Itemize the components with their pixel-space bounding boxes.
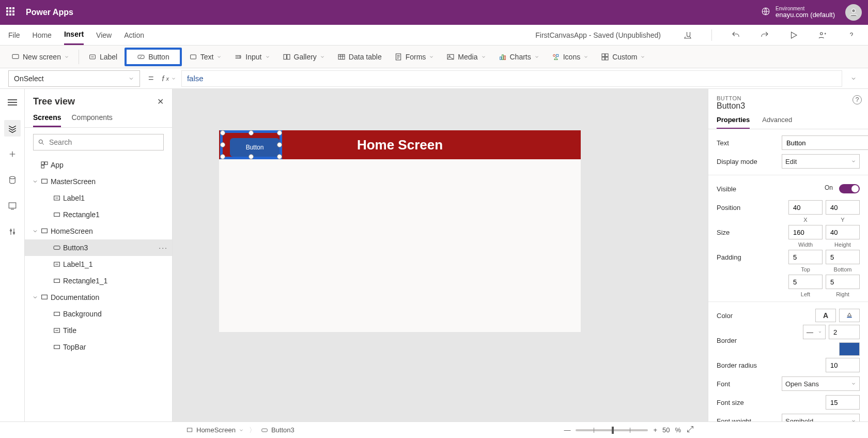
- prop-pad-left-input[interactable]: [788, 275, 823, 289]
- prop-fontweight-select[interactable]: Semibold: [782, 414, 860, 421]
- fx-button[interactable]: fx: [162, 74, 176, 83]
- tree-item-app[interactable]: App: [25, 157, 172, 173]
- new-screen-button[interactable]: New screen: [6, 51, 74, 63]
- tree-search-input[interactable]: [33, 134, 164, 150]
- chevron-down-icon[interactable]: [32, 294, 38, 300]
- tree-item-homescreen[interactable]: HomeScreen: [25, 223, 172, 239]
- redo-icon[interactable]: [756, 27, 773, 43]
- resize-handle[interactable]: [220, 154, 225, 159]
- zoom-slider[interactable]: [576, 429, 648, 431]
- tab-components[interactable]: Components: [71, 113, 112, 127]
- app-launcher-icon[interactable]: [6, 7, 17, 18]
- tree-item-masterscreen[interactable]: MasterScreen: [25, 173, 172, 190]
- prop-font-color[interactable]: A: [815, 309, 836, 322]
- fit-to-window-icon[interactable]: [686, 425, 694, 435]
- prop-pad-bottom-input[interactable]: [826, 250, 860, 264]
- prop-pad-right-input[interactable]: [826, 275, 860, 289]
- prop-height-input[interactable]: [826, 225, 860, 239]
- breadcrumb-screen[interactable]: HomeScreen: [186, 426, 244, 434]
- menu-file[interactable]: File: [8, 25, 20, 45]
- rail-tree-view[interactable]: [4, 120, 21, 137]
- app-checker-icon[interactable]: [679, 27, 696, 43]
- properties-help-icon[interactable]: ?: [853, 95, 862, 104]
- svg-point-2: [820, 32, 823, 35]
- tree-item-button3[interactable]: Button3 ···: [25, 239, 172, 256]
- prop-fontsize-input[interactable]: [826, 395, 860, 410]
- tree-item-rectangle1-1[interactable]: Rectangle1_1: [25, 273, 172, 289]
- insert-icons-menu[interactable]: Icons: [547, 51, 594, 63]
- resize-handle[interactable]: [220, 130, 225, 135]
- tree-item-label1[interactable]: Label1: [25, 190, 172, 206]
- tree-search-field[interactable]: [49, 138, 159, 146]
- resize-handle[interactable]: [277, 154, 282, 159]
- share-icon[interactable]: [814, 27, 831, 43]
- user-avatar[interactable]: [845, 4, 862, 21]
- chevron-down-icon[interactable]: [32, 228, 38, 234]
- prop-pad-top-input[interactable]: [788, 250, 823, 264]
- insert-text-menu[interactable]: Ab Text: [184, 51, 227, 63]
- canvas-area[interactable]: Home Screen Button: [173, 89, 708, 421]
- screen-canvas[interactable]: Home Screen Button: [219, 130, 581, 332]
- prop-pos-y-input[interactable]: [826, 200, 860, 215]
- selection-box[interactable]: Button: [220, 130, 282, 159]
- tree-item-rectangle1[interactable]: Rectangle1: [25, 206, 172, 223]
- tree-item-label1-1[interactable]: Label1_1: [25, 256, 172, 273]
- prop-fill-color[interactable]: [839, 309, 860, 322]
- insert-custom-menu[interactable]: Custom: [596, 51, 650, 63]
- rail-data[interactable]: [4, 172, 21, 188]
- tree-item-documentation[interactable]: Documentation: [25, 289, 172, 306]
- breadcrumb-selection[interactable]: Button3: [261, 426, 295, 434]
- tab-properties[interactable]: Properties: [717, 116, 750, 129]
- insert-charts-menu[interactable]: Charts: [493, 51, 545, 63]
- prop-text-input[interactable]: [782, 135, 868, 150]
- chevron-down-icon[interactable]: [32, 178, 38, 185]
- menu-home[interactable]: Home: [33, 25, 52, 45]
- more-options-icon[interactable]: ···: [159, 244, 168, 252]
- environment-picker[interactable]: Environment enayu.com (default): [761, 6, 835, 19]
- insert-gallery-menu[interactable]: Gallery: [277, 51, 330, 63]
- tab-screens[interactable]: Screens: [33, 113, 61, 127]
- tree-item-topbar[interactable]: TopBar: [25, 339, 172, 355]
- insert-button-button[interactable]: Button: [125, 48, 181, 66]
- insert-input-menu[interactable]: Input: [229, 51, 275, 63]
- insert-media-menu[interactable]: Media: [441, 51, 491, 63]
- rail-advanced-tools[interactable]: [4, 223, 21, 240]
- svg-rect-19: [556, 54, 558, 56]
- canvas-button3[interactable]: Button: [230, 138, 280, 157]
- resize-handle[interactable]: [277, 142, 282, 147]
- prop-width-input[interactable]: [788, 225, 823, 239]
- prop-displaymode-select[interactable]: Edit: [782, 154, 860, 169]
- prop-border-color[interactable]: [839, 342, 860, 356]
- zoom-plus[interactable]: +: [653, 426, 657, 434]
- resize-handle[interactable]: [277, 130, 282, 135]
- zoom-minus[interactable]: —: [564, 426, 570, 434]
- prop-font-select[interactable]: Open Sans: [782, 376, 860, 391]
- prop-border-style[interactable]: —: [803, 325, 826, 339]
- insert-datatable-button[interactable]: Data table: [332, 51, 387, 63]
- rail-hamburger[interactable]: [4, 94, 21, 111]
- insert-label-button[interactable]: Label: [83, 51, 122, 63]
- rail-media[interactable]: [4, 198, 21, 214]
- resize-handle[interactable]: [249, 130, 254, 135]
- resize-handle[interactable]: [249, 154, 254, 159]
- property-dropdown[interactable]: OnSelect: [8, 70, 140, 87]
- formula-expand-icon[interactable]: [847, 75, 860, 82]
- help-icon[interactable]: [843, 27, 860, 43]
- insert-forms-menu[interactable]: Forms: [389, 51, 440, 63]
- prop-border-radius-input[interactable]: [826, 358, 860, 372]
- prop-pos-x-input[interactable]: [788, 200, 823, 215]
- prop-visible-toggle[interactable]: [839, 184, 860, 193]
- formula-bar[interactable]: false: [181, 70, 842, 87]
- tab-advanced[interactable]: Advanced: [762, 116, 792, 129]
- tree-item-title[interactable]: Title: [25, 322, 172, 339]
- menu-insert[interactable]: Insert: [64, 25, 84, 45]
- menu-view[interactable]: View: [96, 25, 112, 45]
- prop-border-width-input[interactable]: [829, 325, 860, 339]
- play-icon[interactable]: [785, 27, 802, 43]
- undo-icon[interactable]: [727, 27, 744, 43]
- tree-item-background[interactable]: Background: [25, 306, 172, 322]
- tree-close-icon[interactable]: ✕: [157, 97, 164, 107]
- rail-insert[interactable]: [4, 146, 21, 162]
- resize-handle[interactable]: [220, 142, 225, 147]
- menu-action[interactable]: Action: [124, 25, 144, 45]
